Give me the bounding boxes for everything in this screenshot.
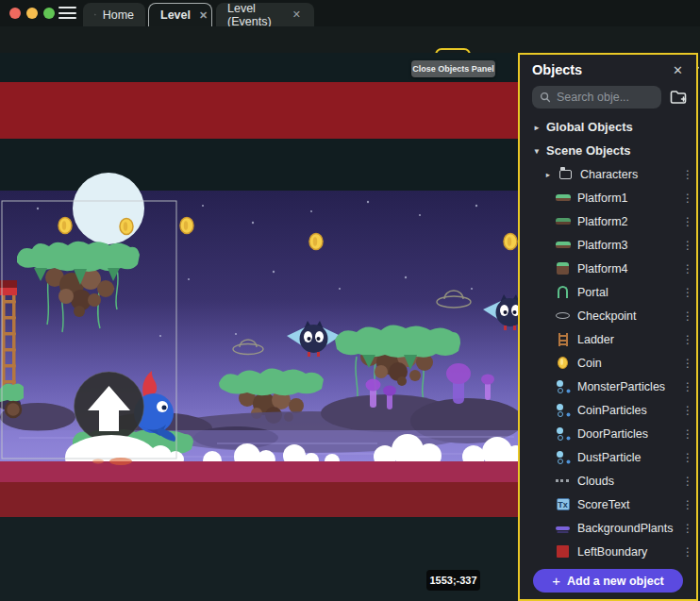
object-menu-icon[interactable]: ⋮ (679, 239, 696, 252)
tab-level-events[interactable]: Level (Events) ✕ (216, 3, 314, 26)
object-menu-icon[interactable]: ⋮ (679, 333, 696, 346)
jump-arrow-control[interactable] (75, 372, 144, 442)
object-label: MonsterParticles (577, 380, 679, 393)
close-icon[interactable]: ✕ (669, 61, 687, 79)
object-label: CoinParticles (577, 404, 679, 417)
platform-thumbnail-icon (556, 194, 571, 201)
object-row-ladder[interactable]: Ladder⋮ (520, 327, 696, 351)
platform-thumbnail-icon (557, 262, 569, 275)
object-label: Ladder (577, 333, 679, 346)
object-menu-icon[interactable]: ⋮ (679, 475, 696, 488)
object-label: ScoreText (577, 498, 679, 511)
particles-thumbnail-icon (556, 426, 571, 441)
object-row-dustparticle[interactable]: DustParticle⋮ (520, 445, 696, 469)
object-menu-icon[interactable]: ⋮ (679, 380, 696, 393)
folder-icon (559, 170, 572, 179)
object-row-platform4[interactable]: Platform4⋮ (520, 257, 696, 280)
chevron-right-icon[interactable]: ▸ (543, 170, 553, 179)
chevron-down-icon[interactable]: ▾ (532, 146, 542, 156)
plus-icon: + (552, 573, 560, 589)
tab-close-icon[interactable]: ✕ (197, 8, 209, 23)
object-row-portal[interactable]: Portal⋮ (520, 280, 696, 304)
tab-close-icon[interactable]: ✕ (291, 8, 303, 22)
object-label: Platform1 (577, 192, 679, 205)
section-scene-objects[interactable]: ▾Scene Objects (520, 139, 696, 162)
tab-label: Level (Events) (227, 2, 284, 28)
object-menu-icon[interactable]: ⋮ (679, 451, 696, 464)
platform-thumbnail-icon (556, 218, 571, 225)
object-label: Platform2 (577, 215, 679, 228)
objects-panel-title: Objects (532, 62, 669, 77)
window-close-button[interactable] (9, 8, 21, 19)
tab-level[interactable]: Level ✕ (148, 3, 212, 26)
object-menu-icon[interactable]: ⋮ (679, 262, 696, 275)
object-row-monsterparticles[interactable]: MonsterParticles⋮ (520, 375, 696, 398)
moon-sprite[interactable] (73, 173, 144, 244)
object-menu-icon[interactable]: ⋮ (679, 215, 696, 228)
objects-panel: Objects ✕ ▸Global Objects▾Scene Objects▸… (518, 53, 698, 601)
tab-label: Home (103, 8, 134, 22)
object-row-characters[interactable]: ▸Characters⋮ (520, 162, 696, 186)
object-row-platform2[interactable]: Platform2⋮ (520, 209, 696, 233)
search-icon (540, 91, 551, 104)
top-boundary-band (0, 82, 518, 139)
object-row-scoretext[interactable]: TxScoreText⋮ (520, 492, 696, 516)
window-minimize-button[interactable] (26, 8, 38, 19)
object-search-box[interactable] (532, 86, 661, 109)
object-row-doorparticles[interactable]: DoorParticles⋮ (520, 422, 696, 445)
object-label: Coin (577, 357, 679, 370)
tab-label: Level (160, 8, 191, 22)
search-input[interactable] (557, 91, 654, 104)
window-zoom-button[interactable] (43, 8, 55, 19)
object-label: Platform4 (577, 262, 679, 275)
add-new-object-button[interactable]: + Add a new object (533, 569, 683, 593)
object-menu-icon[interactable]: ⋮ (679, 357, 696, 370)
section-label: Global Objects (546, 120, 696, 134)
object-menu-icon[interactable]: ⋮ (679, 286, 696, 299)
left-boundary-block[interactable] (0, 280, 17, 295)
object-row-coinparticles[interactable]: CoinParticles⋮ (520, 398, 696, 422)
object-menu-icon[interactable]: ⋮ (679, 309, 696, 323)
object-row-platform3[interactable]: Platform3⋮ (520, 233, 696, 257)
object-label: Clouds (577, 475, 679, 488)
add-folder-icon[interactable] (668, 87, 689, 108)
object-menu-icon[interactable]: ⋮ (679, 404, 696, 417)
object-row-platform1[interactable]: Platform1⋮ (520, 186, 696, 209)
object-menu-icon[interactable]: ⋮ (679, 427, 696, 441)
object-label: BackgroundPlants (577, 522, 679, 535)
add-new-object-label: Add a new object (567, 575, 664, 588)
coin-thumbnail-icon (558, 357, 568, 369)
object-row-coin[interactable]: Coin⋮ (520, 351, 696, 375)
section-global-objects[interactable]: ▸Global Objects (520, 115, 696, 139)
toolbar: Preview Share (0, 26, 700, 53)
object-menu-icon[interactable]: ⋮ (679, 192, 696, 205)
object-row-leftboundary[interactable]: LeftBoundary⋮ (520, 540, 696, 563)
chevron-right-icon[interactable]: ▸ (532, 123, 542, 132)
scene-editor-canvas[interactable]: 1553;-337 (0, 53, 518, 601)
text-thumbnail-icon: Tx (557, 498, 570, 510)
portal-thumbnail-icon (558, 286, 568, 298)
object-menu-icon[interactable]: ⋮ (679, 168, 696, 181)
lava-glow (92, 459, 104, 464)
objects-panel-header: Objects ✕ (520, 55, 696, 83)
object-label: DoorParticles (577, 427, 679, 441)
object-menu-icon[interactable]: ⋮ (679, 498, 696, 511)
particles-thumbnail-icon (556, 403, 571, 417)
tab-home[interactable]: Home (83, 3, 145, 26)
object-menu-icon[interactable]: ⋮ (679, 545, 696, 559)
object-menu-icon[interactable]: ⋮ (679, 522, 696, 535)
object-row-clouds[interactable]: Clouds⋮ (520, 469, 696, 492)
objects-list: ▸Global Objects▾Scene Objects▸Characters… (520, 111, 696, 564)
object-label: DustParticle (577, 451, 679, 464)
boundary-thumbnail-icon (557, 545, 569, 558)
section-label: Scene Objects (546, 143, 696, 158)
object-row-backgroundplants[interactable]: BackgroundPlants⋮ (520, 516, 696, 540)
object-label: Platform3 (577, 239, 679, 252)
plants-thumbnail-icon (556, 526, 570, 530)
tooltip-text: Close Objects Panel (412, 64, 494, 74)
menu-hamburger-icon[interactable] (58, 7, 76, 20)
particles-thumbnail-icon (556, 450, 571, 464)
ladder-thumbnail-icon (558, 333, 568, 346)
home-icon (94, 8, 96, 21)
object-row-checkpoint[interactable]: Checkpoint⋮ (520, 304, 696, 327)
